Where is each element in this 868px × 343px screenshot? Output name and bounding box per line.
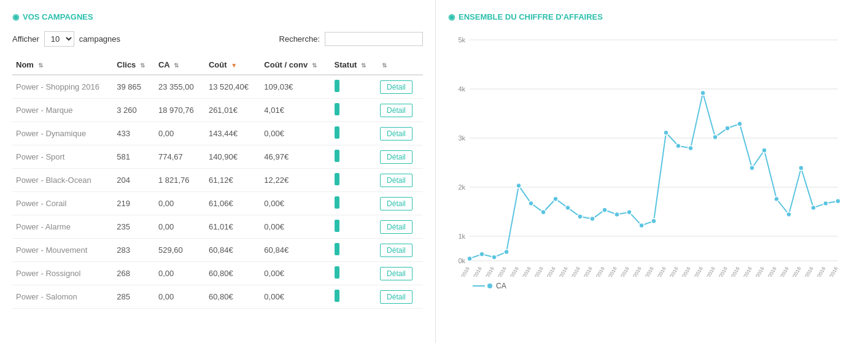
table-row: Power - Alarme 235 0,00 61,01€ 0,00€ Dét… [12,215,423,239]
detail-button[interactable]: Détail [380,174,413,187]
legend-line [473,283,492,288]
cell-detail[interactable]: Détail [376,285,423,309]
cell-name: Power - Alarme [12,215,113,239]
detail-button[interactable]: Détail [380,104,413,117]
cell-clics: 285 [113,285,155,309]
svg-point-40 [811,206,816,210]
revenue-panel: ◉ ENSEMBLE DU CHIFFRE D'AFFAIRES 5k 4k 3… [436,0,868,343]
svg-text:1k: 1k [458,233,465,240]
svg-point-30 [688,145,693,150]
cell-cout: 61,12€ [205,169,260,192]
cell-ca: 23 355,00 [155,75,205,99]
svg-text:4k: 4k [458,85,465,93]
svg-text:2k: 2k [458,183,465,191]
table-row: Power - Sport 581 774,67 140,90€ 46,97€ … [12,145,423,169]
cell-detail[interactable]: Détail [376,145,423,169]
svg-point-23 [602,207,607,212]
th-nom[interactable]: Nom ⇅ [12,55,113,75]
table-controls: Afficher 10 25 50 campagnes Recherche: [12,31,423,47]
svg-point-16 [516,183,521,188]
cell-cout-conv: 0,00€ [260,215,330,239]
cell-detail[interactable]: Détail [376,169,423,192]
cell-statut [331,285,376,309]
cell-clics: 283 [113,239,155,262]
cell-statut [331,122,376,145]
svg-point-15 [504,250,509,255]
svg-point-31 [700,90,705,95]
svg-point-26 [639,223,644,228]
cell-cout-conv: 0,00€ [260,285,330,309]
cell-detail[interactable]: Détail [376,192,423,215]
svg-point-42 [835,199,840,204]
cell-clics: 219 [113,192,155,215]
cell-cout-conv: 0,00€ [260,122,330,145]
cell-detail[interactable]: Détail [376,262,423,285]
svg-point-19 [553,196,558,201]
svg-point-28 [664,130,668,135]
cell-detail[interactable]: Détail [376,75,423,99]
cell-detail[interactable]: Détail [376,122,423,145]
svg-point-35 [750,166,754,171]
cell-name: Power - Sport [12,145,113,169]
status-indicator [335,80,339,92]
cell-clics: 204 [113,169,155,192]
svg-point-37 [774,196,779,201]
th-cout[interactable]: Coût ▼ [205,55,260,75]
cell-clics: 3 260 [113,99,155,122]
cell-detail[interactable]: Détail [376,99,423,122]
cell-cout: 61,01€ [205,215,260,239]
svg-point-13 [479,252,484,256]
th-clics[interactable]: Clics ⇅ [113,55,155,75]
detail-button[interactable]: Détail [380,127,413,141]
th-statut[interactable]: Statut ⇅ [331,55,376,75]
status-indicator [335,103,339,115]
cell-name: Power - Shopping 2016 [12,75,113,99]
globe-icon: ◉ [12,12,19,21]
cell-ca: 0,00 [155,285,205,309]
cell-cout: 60,80€ [205,285,260,309]
cell-ca: 774,67 [155,145,205,169]
svg-point-17 [529,201,533,206]
svg-point-27 [651,218,656,223]
detail-button[interactable]: Détail [380,197,413,210]
table-row: Power - Marque 3 260 18 970,76 261,01€ 4… [12,99,423,122]
detail-button[interactable]: Détail [380,244,413,257]
svg-point-24 [614,212,619,217]
cell-clics: 268 [113,262,155,285]
status-indicator [335,266,339,279]
detail-button[interactable]: Détail [380,290,413,304]
status-indicator [335,196,339,209]
th-ca[interactable]: CA ⇅ [155,55,205,75]
table-header-row: Nom ⇅ Clics ⇅ CA ⇅ Coût ▼ Coût / conv ⇅ … [12,55,423,75]
cell-ca: 1 821,76 [155,169,205,192]
svg-point-14 [492,255,497,260]
cell-name: Power - Mouvement [12,239,113,262]
detail-button[interactable]: Détail [380,150,413,164]
detail-button[interactable]: Détail [380,267,413,280]
detail-button[interactable]: Détail [380,220,413,234]
detail-button[interactable]: Détail [380,80,413,94]
cell-ca: 0,00 [155,122,205,145]
cell-detail[interactable]: Détail [376,239,423,262]
chart-legend: CA [448,282,856,290]
svg-text:5k: 5k [458,36,465,44]
status-indicator [335,126,339,139]
cell-statut [331,75,376,99]
svg-point-29 [676,144,681,148]
table-row: Power - Rossignol 268 0,00 60,80€ 0,00€ … [12,262,423,285]
per-page-select[interactable]: 10 25 50 [44,31,74,47]
cell-ca: 0,00 [155,262,205,285]
campaigns-section-title: ◉ VOS CAMPAGNES [12,12,423,21]
afficher-label: Afficher [12,34,39,44]
cell-cout-conv: 46,97€ [260,145,330,169]
svg-point-25 [627,210,632,215]
cell-clics: 235 [113,215,155,239]
cell-ca: 0,00 [155,215,205,239]
th-cout-conv[interactable]: Coût / conv ⇅ [260,55,330,75]
search-input[interactable] [325,32,423,46]
cell-ca: 18 970,76 [155,99,205,122]
cell-detail[interactable]: Détail [376,215,423,239]
cell-clics: 39 865 [113,75,155,99]
cell-statut [331,239,376,262]
cell-name: Power - Marque [12,99,113,122]
